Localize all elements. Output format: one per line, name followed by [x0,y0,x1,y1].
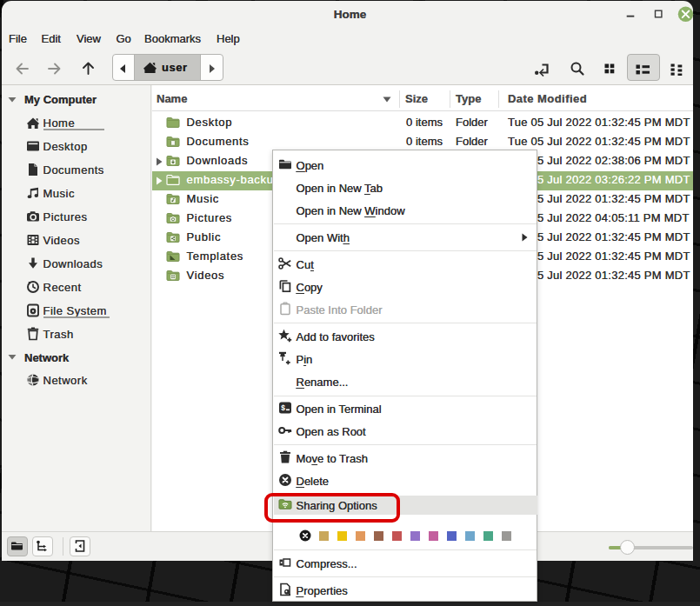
svg-text:$: $ [281,404,285,413]
